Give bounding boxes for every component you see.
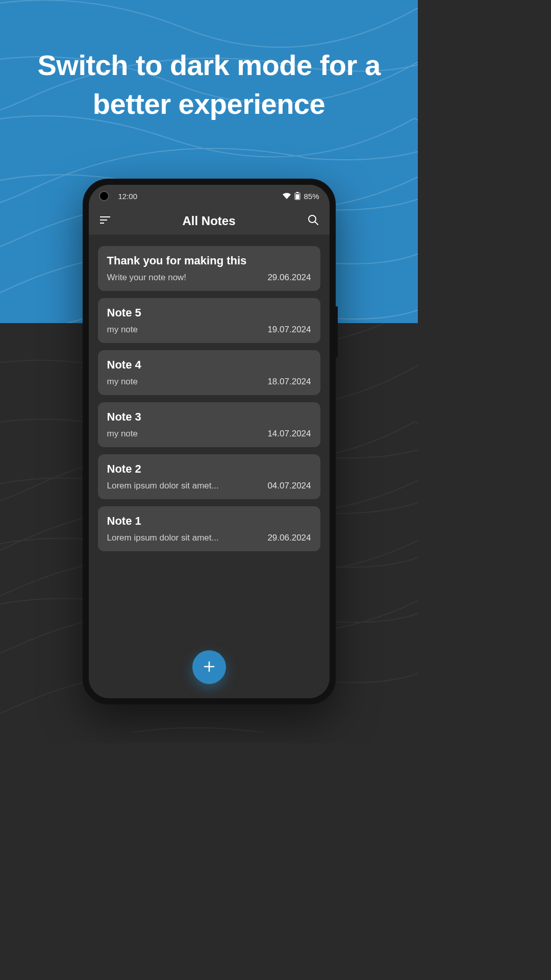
note-date: 29.06.2024 (267, 273, 311, 283)
note-title: Note 2 (107, 462, 311, 476)
phone-screen: 12:00 85% All Notes (89, 185, 330, 698)
note-card[interactable]: Note 1Lorem ipsum dolor sit amet...29.06… (98, 506, 320, 551)
note-date: 19.07.2024 (267, 325, 311, 335)
status-right: 85% (282, 192, 319, 201)
note-meta-row: Lorem ipsum dolor sit amet...04.07.2024 (107, 481, 311, 491)
front-camera-icon (99, 191, 109, 201)
note-snippet: Write your note now! (107, 273, 262, 283)
search-button[interactable] (306, 214, 320, 228)
note-meta-row: my note19.07.2024 (107, 325, 311, 335)
sort-button[interactable] (98, 214, 112, 228)
note-title: Note 1 (107, 514, 311, 528)
phone-frame: 12:00 85% All Notes (83, 179, 336, 704)
add-note-button[interactable] (192, 650, 226, 684)
note-snippet: my note (107, 377, 262, 387)
note-meta-row: Lorem ipsum dolor sit amet...29.06.2024 (107, 533, 311, 543)
note-card[interactable]: Note 2Lorem ipsum dolor sit amet...04.07… (98, 454, 320, 499)
status-battery-text: 85% (304, 192, 319, 201)
note-date: 04.07.2024 (267, 481, 311, 491)
note-card[interactable]: Note 4my note18.07.2024 (98, 350, 320, 395)
status-bar: 12:00 85% (89, 185, 330, 207)
note-snippet: my note (107, 429, 262, 439)
note-meta-row: Write your note now!29.06.2024 (107, 273, 311, 283)
note-meta-row: my note14.07.2024 (107, 429, 311, 439)
note-title: Note 4 (107, 358, 311, 372)
notes-list: Thank you for making thisWrite your note… (89, 235, 330, 698)
note-card[interactable]: Note 3my note14.07.2024 (98, 402, 320, 447)
note-date: 29.06.2024 (267, 533, 311, 543)
svg-line-7 (315, 222, 318, 225)
note-date: 18.07.2024 (267, 377, 311, 387)
wifi-icon (282, 192, 291, 200)
sort-icon (99, 215, 111, 227)
search-icon (308, 214, 319, 228)
note-snippet: my note (107, 325, 262, 335)
note-title: Note 3 (107, 410, 311, 424)
note-meta-row: my note18.07.2024 (107, 377, 311, 387)
note-snippet: Lorem ipsum dolor sit amet... (107, 533, 262, 543)
toolbar-title: All Notes (89, 214, 330, 228)
promo-headline: Switch to dark mode for a better experie… (0, 46, 418, 123)
app-toolbar: All Notes (89, 207, 330, 235)
plus-icon (203, 658, 215, 677)
note-title: Note 5 (107, 306, 311, 320)
battery-icon (294, 192, 300, 200)
svg-rect-2 (296, 194, 299, 200)
note-card[interactable]: Thank you for making thisWrite your note… (98, 246, 320, 291)
note-title: Thank you for making this (107, 254, 311, 267)
note-date: 14.07.2024 (267, 429, 311, 439)
note-snippet: Lorem ipsum dolor sit amet... (107, 481, 262, 491)
status-time: 12:00 (118, 192, 138, 201)
note-card[interactable]: Note 5my note19.07.2024 (98, 298, 320, 343)
